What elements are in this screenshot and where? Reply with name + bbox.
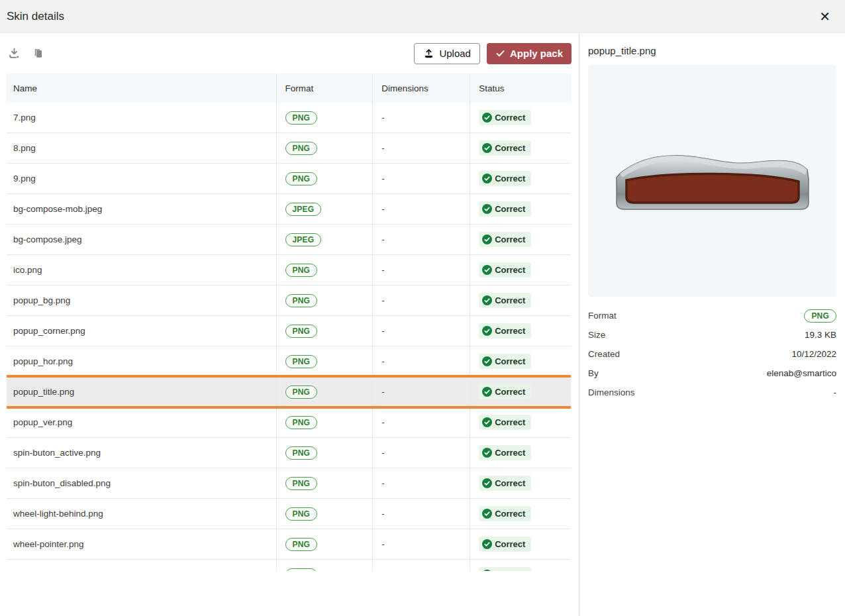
- table-row[interactable]: spin-buton_disabled.pngPNG-Correct: [7, 468, 571, 499]
- file-status-cell: Correct: [470, 103, 571, 132]
- table-row[interactable]: popup_title.pngPNG-Correct: [7, 377, 571, 407]
- format-badge: PNG: [285, 416, 318, 429]
- file-status-cell: Correct: [470, 468, 571, 498]
- status-badge: Correct: [479, 323, 531, 338]
- file-format-cell: PNG: [276, 346, 373, 376]
- file-dimensions: -: [372, 438, 470, 468]
- table-row[interactable]: bg-compose-mob.jpegJPEG-Correct: [7, 194, 571, 225]
- file-format-cell: PNG: [276, 316, 373, 346]
- files-table: Name Format Dimensions Status 7.pngPNG-C…: [7, 74, 571, 571]
- status-badge: Correct: [479, 262, 531, 278]
- table-row[interactable]: ico.pngPNG-Correct: [7, 255, 571, 285]
- status-badge: Correct: [479, 293, 531, 308]
- file-dimensions: -: [372, 103, 470, 132]
- file-status-cell: Correct: [470, 194, 571, 224]
- upload-button[interactable]: Upload: [414, 43, 480, 64]
- detail-value: elenab@smartico: [767, 368, 836, 378]
- detail-row-size: Size 19.3 KB: [588, 325, 836, 344]
- table-row[interactable]: wheel-pointer.pngPNG-Correct: [7, 529, 571, 560]
- column-header-dimensions: Dimensions: [372, 74, 470, 103]
- check-circle-icon: [482, 204, 492, 214]
- detail-row-format: Format PNG: [588, 306, 836, 325]
- column-header-name: Name: [7, 74, 276, 103]
- check-icon: [495, 48, 505, 58]
- table-row[interactable]: 9.pngPNG-Correct: [7, 164, 571, 194]
- file-dimensions: -: [372, 468, 470, 498]
- status-badge: Correct: [479, 232, 531, 247]
- format-badge: PNG: [285, 325, 318, 338]
- apply-pack-label: Apply pack: [510, 48, 563, 59]
- format-badge: PNG: [285, 538, 318, 551]
- file-name: wheel-pointer.png: [7, 529, 276, 559]
- format-badge: PNG: [285, 355, 318, 368]
- file-status-cell: Correct: [470, 316, 571, 346]
- details-list: Format PNG Size 19.3 KB Created 10/12/20…: [588, 306, 836, 402]
- check-circle-icon: [482, 143, 492, 153]
- file-format-cell: PNG: [276, 255, 373, 285]
- table-header-row: Name Format Dimensions Status: [7, 74, 571, 103]
- detail-label: Format: [588, 311, 617, 321]
- file-status-cell: Correct: [470, 407, 571, 437]
- table-row[interactable]: 7.pngPNG-Correct: [7, 103, 571, 133]
- file-format-cell: PNG: [276, 103, 373, 132]
- file-format-cell: PNG: [276, 499, 373, 529]
- status-badge: Correct: [479, 537, 531, 552]
- file-format-cell: PNG: [276, 407, 373, 437]
- table-row[interactable]: wheel.pngPNG-Correct: [7, 560, 571, 571]
- apply-pack-button[interactable]: Apply pack: [487, 43, 572, 64]
- format-badge: PNG: [285, 264, 318, 277]
- check-circle-icon: [482, 539, 492, 549]
- detail-label: Dimensions: [588, 387, 635, 397]
- table-row[interactable]: popup_bg.pngPNG-Correct: [7, 285, 571, 316]
- file-name: spin-buton_active.png: [7, 438, 276, 468]
- check-circle-icon: [482, 417, 492, 427]
- check-circle-icon: [482, 234, 492, 244]
- table-row[interactable]: 8.pngPNG-Correct: [7, 133, 571, 164]
- dialog-title: Skin details: [7, 10, 64, 23]
- format-badge: JPEG: [285, 203, 322, 216]
- status-badge: Correct: [479, 171, 531, 186]
- file-name: popup_corner.png: [7, 316, 276, 346]
- column-header-status: Status: [470, 74, 571, 103]
- detail-row-by: By elenab@smartico: [588, 364, 836, 383]
- download-icon[interactable]: [7, 46, 21, 61]
- table-row[interactable]: popup_hor.pngPNG-Correct: [7, 346, 571, 377]
- file-dimensions: -: [372, 194, 470, 224]
- status-badge: Correct: [479, 140, 531, 156]
- detail-value: 19.3 KB: [805, 330, 836, 340]
- format-badge: PNG: [804, 309, 836, 323]
- copy-icon[interactable]: [30, 46, 45, 61]
- file-name: spin-buton_disabled.png: [7, 468, 276, 498]
- format-badge: PNG: [285, 172, 318, 185]
- toolbar: Upload Apply pack: [0, 33, 579, 74]
- check-circle-icon: [482, 448, 492, 458]
- column-header-format: Format: [276, 74, 373, 103]
- status-badge: Correct: [479, 445, 531, 460]
- check-circle-icon: [482, 295, 492, 305]
- detail-value: -: [834, 387, 837, 397]
- check-circle-icon: [482, 478, 492, 488]
- status-badge: Correct: [479, 506, 531, 521]
- file-status-cell: Correct: [470, 346, 571, 376]
- file-dimensions: -: [372, 407, 470, 437]
- format-badge: PNG: [285, 507, 318, 521]
- table-row[interactable]: spin-buton_active.pngPNG-Correct: [7, 438, 571, 468]
- close-icon[interactable]: ✕: [817, 7, 833, 26]
- detail-value: 10/12/2022: [791, 349, 836, 359]
- status-badge: Correct: [479, 201, 531, 217]
- file-name: popup_hor.png: [7, 346, 276, 376]
- file-dimensions: -: [372, 560, 470, 571]
- file-dimensions: -: [372, 164, 470, 193]
- file-format-cell: PNG: [276, 468, 373, 498]
- check-circle-icon: [482, 356, 492, 366]
- status-badge: Correct: [479, 415, 531, 430]
- format-badge: PNG: [285, 385, 318, 399]
- file-format-cell: PNG: [276, 164, 373, 193]
- file-name: wheel-light-behind.png: [7, 499, 276, 529]
- file-name: bg-compose-mob.jpeg: [7, 194, 276, 224]
- table-row[interactable]: wheel-light-behind.pngPNG-Correct: [7, 499, 571, 529]
- table-row[interactable]: bg-compose.jpegJPEG-Correct: [7, 225, 571, 255]
- table-row[interactable]: popup_corner.pngPNG-Correct: [7, 316, 571, 346]
- table-row[interactable]: popup_ver.pngPNG-Correct: [7, 407, 571, 438]
- check-circle-icon: [482, 113, 492, 123]
